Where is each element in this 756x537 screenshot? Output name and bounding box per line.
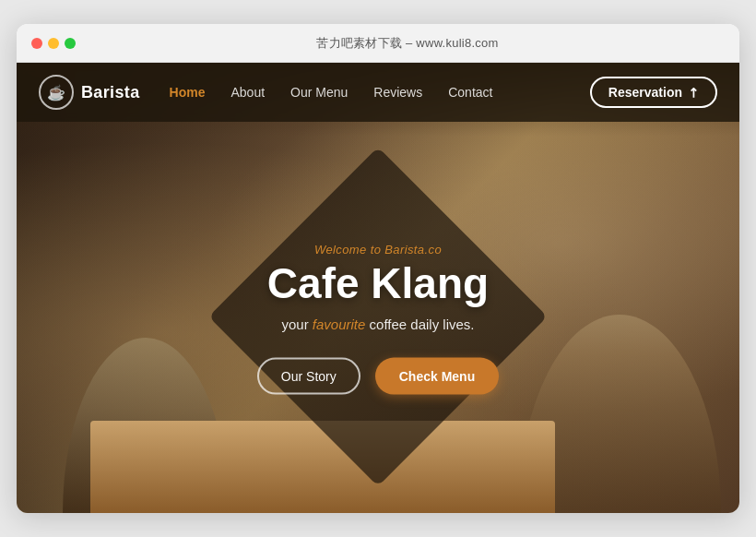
hero-title: Cafe Klang (203, 260, 553, 307)
subtitle-post: coffee daily lives. (365, 316, 474, 331)
browser-dots (31, 38, 76, 49)
nav-links: Home About Our Menu Reviews Contact (170, 85, 590, 100)
reservation-button[interactable]: Reservation ↗ (590, 77, 717, 108)
logo-area: ☕ Barista (39, 75, 140, 110)
check-menu-button[interactable]: Check Menu (375, 357, 499, 394)
logo-icon-symbol: ☕ (47, 84, 65, 101)
counter-table (90, 421, 555, 513)
browser-window: 苦力吧素材下载 – www.kuli8.com ☕ Barista Home A… (17, 24, 739, 513)
hero-buttons: Our Story Check Menu (203, 357, 553, 394)
logo-text: Barista (81, 83, 140, 102)
nav-contact[interactable]: Contact (448, 85, 492, 100)
arrow-icon: ↗ (684, 83, 703, 101)
site-wrapper: ☕ Barista Home About Our Menu Reviews Co… (17, 63, 739, 513)
dot-fullscreen[interactable] (65, 38, 76, 49)
browser-url: 苦力吧素材下载 – www.kuli8.com (90, 35, 725, 52)
our-story-button[interactable]: Our Story (257, 357, 360, 394)
welcome-text: Welcome to Barista.co (203, 243, 553, 257)
dot-minimize[interactable] (48, 38, 59, 49)
browser-bar: 苦力吧素材下载 – www.kuli8.com (17, 24, 739, 63)
reservation-label: Reservation (608, 85, 682, 100)
navbar: ☕ Barista Home About Our Menu Reviews Co… (17, 63, 739, 122)
dot-close[interactable] (31, 38, 42, 49)
nav-reviews[interactable]: Reviews (373, 85, 422, 100)
subtitle-italic: favourite (313, 316, 366, 331)
nav-about[interactable]: About (230, 85, 265, 100)
logo-icon: ☕ (39, 75, 74, 110)
nav-our-menu[interactable]: Our Menu (290, 85, 348, 100)
subtitle-pre: your (281, 316, 312, 331)
hero-subtitle: your favourite coffee daily lives. (203, 316, 553, 331)
nav-home[interactable]: Home (170, 85, 206, 100)
hero-content: Welcome to Barista.co Cafe Klang your fa… (203, 243, 553, 395)
